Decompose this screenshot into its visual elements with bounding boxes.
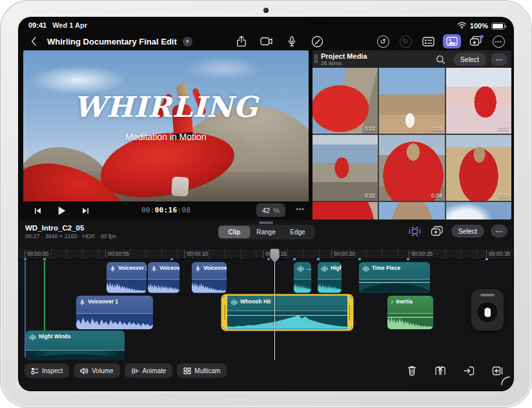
- browser-toggle-button[interactable]: [420, 34, 436, 48]
- clip-duration: 0:02: [365, 125, 376, 132]
- timeline-clip-inertia[interactable]: ♪Inertia: [387, 296, 433, 329]
- status-date: Wed 1 Apr: [52, 21, 87, 29]
- jog-wheel-grip[interactable]: [480, 294, 495, 296]
- more-options-button[interactable]: ⋯: [491, 34, 506, 48]
- viewer-toggle-button[interactable]: [443, 34, 461, 48]
- connected-clips-button[interactable]: [468, 34, 484, 48]
- undo-button[interactable]: ↺: [375, 34, 391, 48]
- ruler-label: 00:00:10: [184, 250, 208, 258]
- timeline-clip-voiceover3[interactable]: Voiceover 3: [192, 262, 227, 293]
- timecode-frames: :08: [177, 206, 190, 214]
- ruler-label: 00:00:20: [331, 250, 355, 258]
- timeline-clip-high[interactable]: High…: [318, 262, 342, 293]
- multicam-button[interactable]: Multicam: [177, 363, 227, 378]
- voiceover-mic-button[interactable]: [284, 34, 300, 48]
- timecode-hours: 00:: [141, 206, 155, 214]
- playhead[interactable]: [274, 249, 275, 360]
- media-thumbnail[interactable]: [379, 202, 444, 219]
- clip-label: Inertia: [396, 298, 413, 305]
- cloud: [185, 57, 262, 80]
- timeline-ruler[interactable]: 00:00:00 00:00:05 00:00:10 00:00:15 00:0…: [19, 248, 513, 260]
- wifi-icon: [457, 21, 467, 30]
- play-button[interactable]: [54, 203, 69, 218]
- timecode-seconds: 00:16: [155, 206, 178, 214]
- panel-drag-handle[interactable]: [314, 54, 318, 63]
- ruler-label: 00:00:00: [25, 250, 48, 258]
- magnetic-timeline-icon[interactable]: [407, 224, 423, 238]
- timeline-resize-handle[interactable]: [259, 221, 273, 224]
- timeline-clip-voiceover2[interactable]: Voiceover 2: [107, 262, 147, 293]
- trim-handle-left[interactable]: [223, 296, 227, 329]
- viewer-more-button[interactable]: ⋯: [296, 204, 305, 214]
- clip-label: Night Winds: [39, 333, 71, 340]
- clip-label: High…: [331, 265, 342, 271]
- volume-button[interactable]: Volume: [74, 363, 119, 378]
- timeline-clip-time-piece[interactable]: Time Piece: [359, 262, 430, 293]
- mode-clip[interactable]: Clip: [219, 226, 251, 238]
- media-thumbnail[interactable]: 0:04: [379, 135, 444, 201]
- back-button[interactable]: [26, 34, 41, 48]
- animate-button[interactable]: Animate: [125, 363, 173, 378]
- skip-to-start-button[interactable]: [30, 203, 45, 218]
- media-thumbnail[interactable]: [312, 202, 378, 219]
- media-thumbnail[interactable]: 0:10: [446, 135, 511, 201]
- jog-wheel[interactable]: [471, 289, 504, 331]
- media-thumbnail[interactable]: 0:02: [312, 68, 378, 134]
- timeline-select-button[interactable]: Select: [451, 225, 484, 238]
- pencil-tools-button[interactable]: [309, 34, 325, 48]
- clip-label: Voiceover 1: [88, 298, 118, 305]
- battery-icon: [491, 23, 505, 30]
- battery-percent: 100%: [470, 22, 488, 30]
- media-grid: 0:02 0:03 0:02 0:02 0:04 0:10: [312, 68, 511, 219]
- split-blade-icon[interactable]: [433, 363, 448, 378]
- timeline-more-button[interactable]: ⋯: [491, 225, 507, 238]
- front-camera: [263, 8, 269, 13]
- search-icon[interactable]: [433, 52, 449, 66]
- timeline-clip-meta: 00:27 · 3840 × 2160 · HDR · 30 fps: [25, 233, 116, 240]
- tool-label: Multicam: [194, 367, 220, 374]
- ipad-device: 09:41 Wed 1 Apr 100% Whirling Documentar…: [0, 0, 532, 408]
- timecode-display: 00:00:16:08: [135, 203, 197, 217]
- media-more-button[interactable]: ⋯: [491, 53, 507, 66]
- redo-button[interactable]: ↻: [398, 34, 413, 48]
- timeline-clip-night-winds[interactable]: Night Winds: [26, 331, 125, 360]
- clip-label: Voiceover 2: [118, 265, 147, 271]
- jog-wheel-knob[interactable]: [484, 307, 491, 317]
- clip-label: Time Piece: [372, 265, 400, 271]
- project-media-header: Project Media 26 items Select ⋯: [312, 50, 511, 68]
- zoom-unit: %: [273, 207, 280, 214]
- dancer-legs: [171, 176, 189, 196]
- ruler-label: 00:00:25: [409, 250, 433, 258]
- viewer-subtitle-overlay: Meditation in Motion: [23, 132, 309, 142]
- project-media-count: 26 items: [321, 60, 342, 66]
- media-thumbnail[interactable]: [446, 202, 511, 219]
- project-title-menu-button[interactable]: ▾: [183, 37, 192, 46]
- tool-label: Animate: [143, 367, 167, 374]
- media-thumbnail[interactable]: 0:02: [446, 68, 511, 134]
- viewer-zoom-control[interactable]: 42 %: [256, 203, 285, 217]
- mode-range[interactable]: Range: [251, 226, 282, 238]
- trim-handle-right[interactable]: [347, 296, 352, 329]
- record-camera-button[interactable]: [259, 34, 274, 48]
- media-select-button[interactable]: Select: [453, 53, 486, 66]
- insert-icon[interactable]: [461, 363, 476, 378]
- timeline-clip-whoosh-hit-selected[interactable]: Whoosh Hit: [223, 296, 352, 329]
- media-thumbnail[interactable]: 0:03: [379, 68, 444, 134]
- timeline-clip-voiceover2[interactable]: Voiceover 2: [148, 262, 179, 293]
- timeline-tracks: Voiceover 2 Voiceover 2 Voiceover 3 … Hi…: [19, 260, 513, 362]
- mode-edge[interactable]: Edge: [282, 226, 314, 238]
- skip-to-end-button[interactable]: [77, 203, 93, 218]
- project-media-title: Project Media: [321, 52, 367, 60]
- transport-bar: 00:00:16:08 42 % ⋯: [23, 201, 309, 219]
- timeline-clip-title: WD_Intro_C2_05: [25, 224, 84, 232]
- media-thumbnail[interactable]: 0:02: [312, 135, 378, 201]
- delete-icon[interactable]: [404, 363, 420, 378]
- jog-wheel-dial[interactable]: [476, 301, 499, 323]
- export-button[interactable]: [234, 34, 249, 48]
- timeline-clip-sfx[interactable]: …: [294, 262, 311, 293]
- inspect-button[interactable]: Inspect: [25, 363, 69, 378]
- timeline-clip-voiceover1[interactable]: Voiceover 1: [76, 296, 153, 329]
- corner-swipe-hint: [500, 376, 511, 389]
- overlay-clips-icon[interactable]: [429, 224, 445, 238]
- top-toolbar: Whirling Documentary Final Edit ▾ ↺ ↻ ⋯: [19, 32, 513, 50]
